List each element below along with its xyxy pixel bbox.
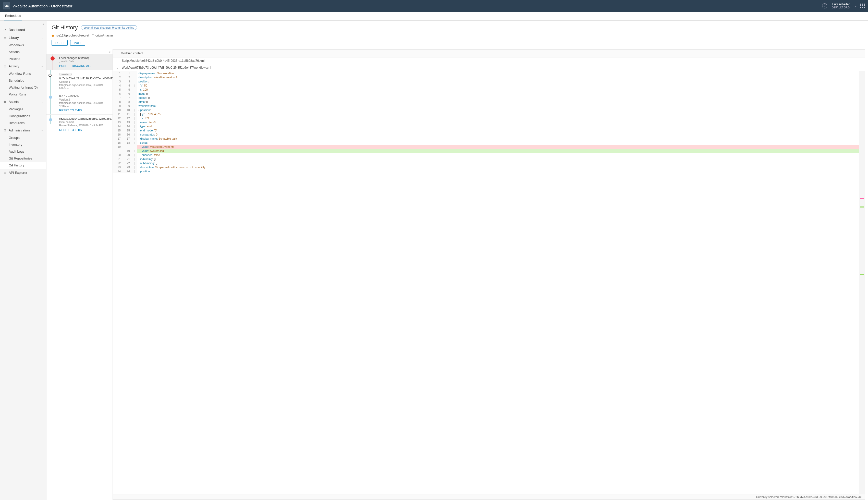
commit-sub: Commit 1 <box>59 80 110 83</box>
chevron-down-icon: ⌄ <box>41 36 43 39</box>
tab-embedded[interactable]: Embedded <box>4 12 22 20</box>
commit-meta: fritz@coke.sqa-horizon.local, 9/3/2019, … <box>59 84 110 89</box>
sidebar-item-git-repositories[interactable]: Git Repositories <box>0 155 46 162</box>
sidebar-item-administration[interactable]: ⚙ Administration ⌄ <box>0 126 46 134</box>
diff-footer: Currently selected: Workflow/673b9d73-d0… <box>113 494 865 500</box>
sidebar-item-assets[interactable]: ⬢ Assets ⌄ <box>0 98 46 106</box>
diff-line: 1616| comparator: 0 <box>113 133 865 137</box>
commit-item[interactable]: c32c3a305104936ba923cef507a28e23897fd… I… <box>46 115 113 134</box>
diff-line: 88 attrib: [] <box>113 100 865 104</box>
sidebar-item-resources[interactable]: Resources <box>0 120 46 126</box>
activity-icon: ≣ <box>3 65 7 68</box>
diff-line: 22 description: Workflow version 2 <box>113 75 865 79</box>
sidebar-label: Administration <box>9 128 30 132</box>
sidebar-item-groups[interactable]: Groups <box>0 134 46 141</box>
chevron-down-icon: ⌄ <box>41 129 43 132</box>
commit-dot-icon <box>49 118 52 121</box>
footer-value: Workflow/673b9d73-d09d-47d3-99e0-2f4851a… <box>780 496 862 499</box>
commit-title: Local changes (2 items) <box>59 56 110 59</box>
branch-tag: master <box>59 73 72 76</box>
file-row-scriptmodule[interactable]: › ScriptModule/ee6342b8-c0b0-4d45-9933-e… <box>113 57 865 64</box>
commit-meta: Rosen Stefanov, 9/3/2019, 3:49:24 PM <box>59 124 110 127</box>
commit-title: 0d7e1a63edc271d4128cf0a387ecd4808df00… <box>59 77 110 80</box>
sidebar-item-scheduled[interactable]: Scheduled <box>0 77 46 84</box>
sidebar-item-api-explorer[interactable]: ▭ API Explorer <box>0 169 46 177</box>
sidebar-item-activity[interactable]: ≣ Activity ⌄ <box>0 62 46 70</box>
diff-minimap[interactable] <box>859 71 865 494</box>
library-icon: ▤ <box>3 36 7 39</box>
sidebar-item-library[interactable]: ▤ Library ⌄ <box>0 34 46 42</box>
chevron-right-icon: › <box>117 59 120 62</box>
diff-body[interactable]: 11 display-name: New workflow22 descript… <box>113 71 865 494</box>
diff-line: 1818| script: <box>113 141 865 145</box>
sidebar-item-git-history[interactable]: Git History <box>0 162 46 169</box>
repo-icon: ◆ <box>52 33 54 37</box>
chevron-down-icon: ⌄ <box>41 100 43 103</box>
commit-sub: Initial commit <box>59 121 110 124</box>
chevron-down-icon[interactable]: ⌄ <box>855 4 857 8</box>
footer-label: Currently selected: <box>756 496 779 499</box>
sidebar-item-policy-runs[interactable]: Policy Runs <box>0 91 46 98</box>
diff-line: 33 position: <box>113 79 865 83</box>
diff-line: 55 x: 100 <box>113 88 865 92</box>
commit-item-local[interactable]: Local changes (2 items) , Invalid Date P… <box>46 54 113 70</box>
diff-panel: Modified content › ScriptModule/ee6342b8… <box>113 49 865 500</box>
reset-link[interactable]: RESET TO THIS <box>59 109 82 112</box>
content: Git History several local changes, 0 com… <box>46 21 868 500</box>
sidebar-label: Library <box>9 36 19 39</box>
commit-item[interactable]: 0.0.0 - ed98b8b Version 2 fritz@coke.sqa… <box>46 92 113 115</box>
commit-title: 0.0.0 - ed98b8b <box>59 95 110 98</box>
assets-icon: ⬢ <box>3 100 7 104</box>
sidebar-item-audit-logs[interactable]: Audit Logs <box>0 148 46 155</box>
sidebar-item-dashboard[interactable]: ◔ Dashboard <box>0 26 46 34</box>
commit-meta: fritz@coke.sqa-horizon.local, 9/3/2019, … <box>59 102 110 107</box>
user-menu[interactable]: Fritz Arbeiter DEFAULT-ORG <box>832 2 849 9</box>
admin-icon: ⚙ <box>3 129 7 132</box>
branch-name: origin/master <box>95 34 113 37</box>
pull-button[interactable]: PULL <box>70 40 85 46</box>
sidebar-item-packages[interactable]: Packages <box>0 106 46 113</box>
sidebar-label: API Explorer <box>9 171 27 174</box>
file-row-workflow[interactable]: ⌄ Workflow/673b9d73-d09d-47d3-99e0-2f485… <box>113 64 865 71</box>
sidebar-item-waiting[interactable]: Waiting for Input (0) <box>0 84 46 91</box>
api-icon: ▭ <box>3 171 7 174</box>
chevron-down-icon: ⌄ <box>41 65 43 68</box>
diff-line: 1515| end-mode: '0' <box>113 128 865 133</box>
user-org: DEFAULT-ORG <box>832 6 849 9</box>
file-name: Workflow/673b9d73-d09d-47d3-99e0-2f4851a… <box>122 66 211 69</box>
diff-line: 11 display-name: New workflow <box>113 71 865 75</box>
reset-link[interactable]: RESET TO THIS <box>59 128 82 132</box>
repo-name: ros117/prophet-of-regret <box>56 34 89 37</box>
diff-line: 77 output: {} <box>113 96 865 100</box>
sidebar-item-actions[interactable]: Actions <box>0 48 46 55</box>
diff-line: 1313| name: item0 <box>113 120 865 124</box>
commit-push-link[interactable]: PUSH <box>59 64 68 67</box>
sidebar-label: Dashboard <box>9 28 25 32</box>
commit-dot-icon <box>50 56 55 60</box>
sidebar: « ◔ Dashboard ▤ Library ⌄ Workflows Acti… <box>0 21 46 500</box>
apps-grid-icon[interactable] <box>860 3 865 8</box>
top-nav: vm vRealize Automation - Orchestrator ? … <box>0 0 868 12</box>
commit-collapse-icon[interactable]: « <box>109 50 111 54</box>
sidebar-collapse-icon[interactable]: « <box>42 22 44 26</box>
commit-discard-link[interactable]: DISCARD ALL <box>72 64 92 67</box>
sidebar-item-workflow-runs[interactable]: Workflow Runs <box>0 70 46 77</box>
sidebar-item-configurations[interactable]: Configurations <box>0 113 46 120</box>
sidebar-item-workflows[interactable]: Workflows <box>0 42 46 48</box>
commit-item[interactable]: master 0d7e1a63edc271d4128cf0a387ecd4808… <box>46 70 113 92</box>
sidebar-item-policies[interactable]: Policies <box>0 55 46 62</box>
diff-line: 2424| position: <box>113 169 865 173</box>
user-name: Fritz Arbeiter <box>832 2 849 6</box>
diff-line: 2020| encoded: false <box>113 153 865 157</box>
chevron-down-icon: ⌄ <box>117 66 120 69</box>
help-icon[interactable]: ? <box>822 3 827 9</box>
diff-line: 19+ value: System.log <box>113 149 865 153</box>
page-title: Git History <box>52 24 78 31</box>
tab-strip: Embedded <box>0 12 868 21</box>
sidebar-item-inventory[interactable]: Inventory <box>0 141 46 148</box>
push-button[interactable]: PUSH <box>52 40 68 46</box>
diff-line: 1414| type: end <box>113 124 865 128</box>
diff-line: 1717|- display-name: Scriptable task <box>113 137 865 141</box>
app-title: vRealize Automation - Orchestrator <box>13 4 72 8</box>
branch-icon: ᛘ <box>92 34 94 37</box>
